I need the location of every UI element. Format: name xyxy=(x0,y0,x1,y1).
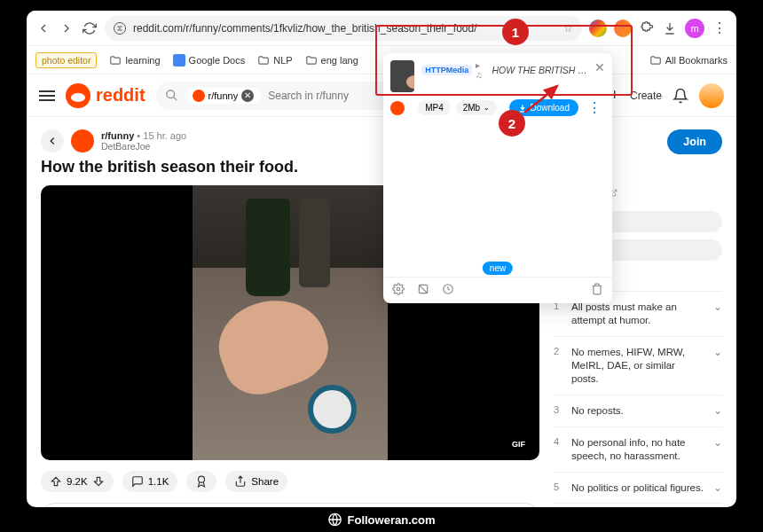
chevron-down-icon: ⌄ xyxy=(713,301,722,313)
bookmark-eng-lang[interactable]: eng lang xyxy=(305,54,358,66)
download-menu-icon[interactable]: ⋮ xyxy=(584,99,605,116)
reddit-logo-icon xyxy=(66,83,90,108)
svg-point-0 xyxy=(166,90,174,98)
join-button[interactable]: Join xyxy=(667,129,722,154)
rule-item[interactable]: 5No politics or political figures.⌄ xyxy=(554,472,722,504)
downloads-icon[interactable] xyxy=(662,20,678,36)
watermark: Followeran.com xyxy=(311,507,453,532)
rule-item[interactable]: 2No memes, HIFW, MRW, MeIRL, DAE, or sim… xyxy=(554,336,722,395)
post-meta: r/funny • 15 hr. ago DetBareJoe xyxy=(101,130,186,152)
comment-input[interactable]: Add a comment xyxy=(41,503,539,507)
content-area: r/funny • 15 hr. ago DetBareJoe How the … xyxy=(27,117,736,507)
annotation-marker-2: 2 xyxy=(499,110,525,137)
rule-item[interactable]: 3No reposts.⌄ xyxy=(554,395,722,426)
format-select[interactable]: MP4 xyxy=(418,100,451,115)
svg-point-1 xyxy=(199,476,205,482)
new-badge: new xyxy=(483,262,513,275)
search-icon xyxy=(165,89,178,102)
bell-icon[interactable] xyxy=(673,88,688,104)
browser-window: reddit.com/r/funny/comments/1fkvliz/how_… xyxy=(27,11,736,507)
history-icon[interactable] xyxy=(442,283,454,299)
rule-item[interactable]: 6No forbidden titles, low-effort titles,… xyxy=(554,503,722,507)
extensions-puzzle-icon[interactable] xyxy=(639,20,655,36)
back-nav-icon[interactable] xyxy=(35,20,51,36)
extension-footer xyxy=(383,277,612,303)
bookmark-photo-editor[interactable]: photo editor xyxy=(35,52,97,68)
share-button[interactable]: Share xyxy=(225,471,287,492)
chip-subreddit-icon xyxy=(193,90,205,102)
forward-nav-icon[interactable] xyxy=(59,20,75,36)
post-actions: 9.2K 1.1K Share xyxy=(41,471,539,492)
upvote-button[interactable]: 9.2K xyxy=(41,471,114,492)
video-frame xyxy=(193,185,388,460)
profile-avatar[interactable]: m xyxy=(685,19,704,38)
hamburger-icon[interactable] xyxy=(39,90,55,101)
author-link[interactable]: DetBareJoe xyxy=(101,141,186,152)
browser-menu-icon[interactable]: ⋮ xyxy=(712,20,728,36)
subreddit-link[interactable]: r/funny xyxy=(101,130,134,141)
back-button[interactable] xyxy=(41,129,64,153)
chevron-down-icon: ⌄ xyxy=(713,436,722,449)
site-settings-icon[interactable] xyxy=(114,22,126,35)
award-button[interactable] xyxy=(186,471,216,492)
svg-point-2 xyxy=(397,287,400,291)
settings-icon[interactable] xyxy=(392,283,405,299)
chip-close-icon[interactable]: ✕ xyxy=(241,90,254,102)
extension-source-icon xyxy=(390,101,405,115)
user-avatar[interactable] xyxy=(699,83,724,108)
chevron-down-icon: ⌄ xyxy=(713,346,722,358)
rule-item[interactable]: 4No personal info, no hate speech, no ha… xyxy=(554,426,722,472)
create-link[interactable]: Create xyxy=(630,90,662,102)
chevron-down-icon: ⌄ xyxy=(713,404,722,417)
chevron-down-icon: ⌄ xyxy=(713,481,722,494)
gif-badge: GIF xyxy=(507,437,531,451)
search-bar[interactable]: r/funny ✕ xyxy=(156,82,411,110)
bookmark-learning[interactable]: learning xyxy=(109,54,160,66)
theme-icon[interactable] xyxy=(417,283,429,299)
reddit-logo[interactable]: reddit xyxy=(66,83,146,108)
trash-icon[interactable] xyxy=(591,283,603,299)
bookmark-google-docs[interactable]: Google Docs xyxy=(173,54,246,66)
reload-icon[interactable] xyxy=(82,20,98,36)
annotation-marker-1: 1 xyxy=(502,19,529,45)
all-bookmarks[interactable]: All Bookmarks xyxy=(649,54,728,66)
subreddit-avatar[interactable] xyxy=(71,129,94,153)
search-chip[interactable]: r/funny ✕ xyxy=(185,88,262,104)
bookmark-nlp[interactable]: NLP xyxy=(257,54,292,66)
annotation-arrow xyxy=(520,82,564,117)
comments-button[interactable]: 1.1K xyxy=(122,471,178,492)
size-select[interactable]: 2Mb ⌄ xyxy=(456,100,497,115)
